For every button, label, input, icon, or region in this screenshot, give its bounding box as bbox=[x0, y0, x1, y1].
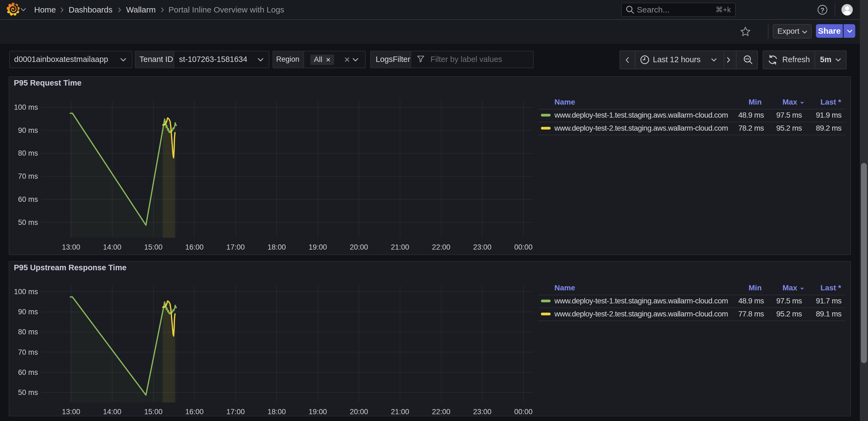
svg-text:13:00: 13:00 bbox=[62, 408, 80, 416]
svg-text:90 ms: 90 ms bbox=[18, 308, 38, 316]
svg-text:70 ms: 70 ms bbox=[18, 348, 38, 356]
svg-text:23:00: 23:00 bbox=[473, 243, 492, 251]
svg-text:80 ms: 80 ms bbox=[18, 328, 38, 336]
svg-text:19:00: 19:00 bbox=[309, 243, 327, 251]
svg-text:100 ms: 100 ms bbox=[14, 288, 38, 296]
svg-text:60 ms: 60 ms bbox=[18, 195, 38, 203]
svg-text:70 ms: 70 ms bbox=[18, 172, 38, 180]
svg-text:00:00: 00:00 bbox=[514, 408, 533, 416]
svg-text:13:00: 13:00 bbox=[62, 243, 80, 251]
svg-text:18:00: 18:00 bbox=[268, 408, 286, 416]
svg-text:17:00: 17:00 bbox=[226, 243, 245, 251]
svg-text:17:00: 17:00 bbox=[226, 408, 245, 416]
svg-text:80 ms: 80 ms bbox=[18, 149, 38, 157]
svg-text:50 ms: 50 ms bbox=[18, 218, 38, 227]
svg-text:14:00: 14:00 bbox=[103, 408, 122, 416]
svg-text:21:00: 21:00 bbox=[391, 243, 409, 251]
svg-text:16:00: 16:00 bbox=[185, 243, 204, 251]
svg-text:00:00: 00:00 bbox=[514, 243, 533, 251]
svg-text:22:00: 22:00 bbox=[432, 408, 451, 416]
svg-text:16:00: 16:00 bbox=[185, 408, 204, 416]
svg-text:23:00: 23:00 bbox=[473, 408, 492, 416]
svg-text:14:00: 14:00 bbox=[103, 243, 122, 251]
svg-text:19:00: 19:00 bbox=[309, 408, 327, 416]
svg-text:15:00: 15:00 bbox=[144, 408, 162, 416]
svg-text:18:00: 18:00 bbox=[268, 243, 286, 251]
svg-text:20:00: 20:00 bbox=[350, 243, 368, 251]
svg-text:22:00: 22:00 bbox=[432, 243, 451, 251]
svg-text:60 ms: 60 ms bbox=[18, 368, 38, 376]
svg-text:20:00: 20:00 bbox=[350, 408, 368, 416]
svg-text:50 ms: 50 ms bbox=[18, 388, 38, 397]
svg-text:15:00: 15:00 bbox=[144, 243, 162, 251]
svg-text:21:00: 21:00 bbox=[391, 408, 409, 416]
svg-text:100 ms: 100 ms bbox=[14, 103, 38, 111]
svg-text:90 ms: 90 ms bbox=[18, 126, 38, 135]
